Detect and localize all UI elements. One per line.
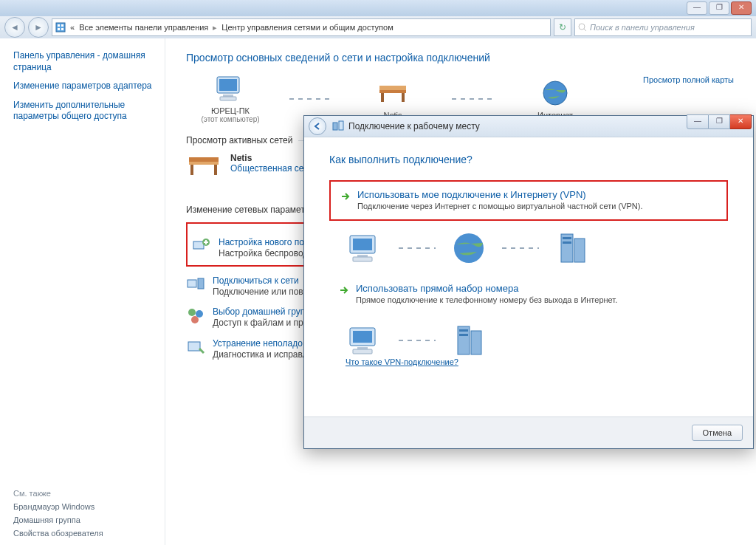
troubleshoot-icon xyxy=(186,338,205,357)
network-line xyxy=(289,98,334,100)
network-node-router[interactable]: Netis xyxy=(348,78,437,120)
svg-line-6 xyxy=(584,29,586,31)
router-bench-icon xyxy=(375,78,410,108)
node-pc-label: ЮРЕЦ-ПК xyxy=(186,106,275,115)
computer-icon xyxy=(213,74,248,103)
svg-rect-46 xyxy=(459,329,468,332)
param-desc: Диагностика и исправл xyxy=(213,349,308,360)
dialog-close-button[interactable]: ✕ xyxy=(730,114,752,129)
server-icon xyxy=(552,231,592,265)
svg-point-25 xyxy=(188,309,196,316)
globe-icon xyxy=(537,78,573,108)
option-vpn[interactable]: Использовать мое подключение к Интернету… xyxy=(329,180,728,221)
breadcrumb-current[interactable]: Центр управления сетями и общим доступом xyxy=(221,23,393,32)
option-vpn-title: Использовать мое подключение к Интернету… xyxy=(357,189,643,200)
svg-rect-19 xyxy=(190,165,193,175)
what-is-vpn-link[interactable]: Что такое VPN-подключение? xyxy=(346,357,728,366)
homegroup-icon xyxy=(186,306,205,326)
sidebar-item-adapter-settings[interactable]: Изменение параметров адаптера xyxy=(13,80,157,92)
dialog-back-button[interactable] xyxy=(309,117,326,135)
breadcrumb[interactable]: « Все элементы панели управления ▸ Центр… xyxy=(52,18,551,36)
sidebar-item-sharing-settings[interactable]: Изменить дополнительные параметры общего… xyxy=(13,100,157,123)
cancel-button[interactable]: Отмена xyxy=(692,425,743,441)
dialog-titlebar[interactable]: Подключение к рабочему месту — ❐ ✕ xyxy=(304,116,753,137)
svg-rect-18 xyxy=(189,157,219,162)
sidebar-footer-homegroup[interactable]: Домашняя группа xyxy=(13,515,139,524)
workplace-icon xyxy=(332,120,344,132)
outer-minimize-button[interactable]: — xyxy=(687,1,707,15)
svg-point-27 xyxy=(191,316,199,323)
svg-rect-23 xyxy=(188,280,196,287)
svg-rect-39 xyxy=(563,241,571,244)
outer-close-button[interactable]: ✕ xyxy=(731,1,752,15)
option-vpn-desc: Подключение через Интернет с помощью вир… xyxy=(357,202,643,210)
dialup-graphic xyxy=(346,323,728,357)
svg-point-5 xyxy=(579,24,585,30)
svg-rect-45 xyxy=(471,331,481,354)
svg-rect-30 xyxy=(339,121,343,130)
svg-rect-4 xyxy=(61,28,63,30)
svg-rect-8 xyxy=(219,79,237,91)
svg-rect-34 xyxy=(353,257,372,261)
svg-rect-29 xyxy=(333,123,337,130)
chevron-left-icon: ◄ xyxy=(10,22,19,32)
globe-icon xyxy=(449,231,489,265)
network-line xyxy=(452,98,496,100)
nav-forward-button[interactable]: ► xyxy=(28,17,49,38)
arrow-left-icon xyxy=(313,122,322,131)
view-full-map-link[interactable]: Просмотр полной карты xyxy=(643,75,734,84)
nav-back-button[interactable]: ◄ xyxy=(4,17,25,38)
page-title: Просмотр основных сведений о сети и наст… xyxy=(186,52,741,64)
svg-rect-37 xyxy=(574,239,585,262)
svg-rect-3 xyxy=(58,28,60,30)
sidebar-footer-internet-options[interactable]: Свойства обозревателя xyxy=(13,529,139,538)
dialog-title: Подключение к рабочему месту xyxy=(348,121,480,131)
active-network-name: Netis xyxy=(230,153,312,163)
option-dialup[interactable]: Использовать прямой набор номера Прямое … xyxy=(329,275,728,313)
active-network-status[interactable]: Общественная сеть xyxy=(230,163,312,174)
svg-rect-41 xyxy=(353,331,372,343)
option-dialup-desc: Прямое подключение к телефонному номеру … xyxy=(356,295,617,304)
svg-rect-12 xyxy=(379,86,406,90)
svg-point-26 xyxy=(196,310,203,318)
active-networks-label: Просмотр активных сетей xyxy=(186,135,292,145)
svg-rect-32 xyxy=(353,239,372,250)
computer-icon xyxy=(346,323,385,357)
sidebar-footer: См. также Брандмауэр Windows Домашняя гр… xyxy=(13,484,139,538)
svg-rect-28 xyxy=(188,342,200,351)
refresh-button[interactable]: ↻ xyxy=(554,18,571,36)
search-placeholder: Поиск в панели управления xyxy=(590,23,695,32)
svg-rect-0 xyxy=(56,23,65,32)
svg-point-35 xyxy=(454,233,484,263)
search-input[interactable]: Поиск в панели управления xyxy=(574,18,752,36)
svg-rect-38 xyxy=(563,237,571,239)
dialog-minimize-button[interactable]: — xyxy=(687,114,709,129)
svg-rect-14 xyxy=(402,93,405,102)
refresh-icon: ↻ xyxy=(559,22,566,32)
network-node-internet[interactable]: Интернет xyxy=(511,78,599,120)
svg-rect-20 xyxy=(214,165,217,175)
server-icon xyxy=(449,323,489,357)
outer-window-chrome: — ❐ ✕ xyxy=(0,0,756,17)
dialog-maximize-button[interactable]: ❐ xyxy=(709,114,730,129)
svg-rect-21 xyxy=(193,241,204,249)
connect-network-icon xyxy=(186,275,205,295)
new-connection-icon xyxy=(192,237,211,256)
control-panel-icon xyxy=(55,22,66,32)
dialog-footer: Отмена xyxy=(304,417,753,448)
svg-rect-24 xyxy=(198,278,204,289)
breadcrumb-separator: ▸ xyxy=(213,23,217,32)
search-icon xyxy=(578,23,587,32)
sidebar-home-link[interactable]: Панель управления - домашняя страница xyxy=(13,50,157,73)
option-dialup-title: Использовать прямой набор номера xyxy=(356,283,617,294)
chevron-right-icon: ► xyxy=(34,22,43,32)
breadcrumb-all-items[interactable]: Все элементы панели управления xyxy=(79,23,208,32)
vpn-graphic xyxy=(346,231,728,265)
svg-rect-47 xyxy=(459,334,468,336)
outer-maximize-button[interactable]: ❐ xyxy=(709,1,729,15)
sidebar: Панель управления - домашняя страница Из… xyxy=(0,38,165,545)
svg-rect-1 xyxy=(58,24,60,27)
network-node-pc[interactable]: ЮРЕЦ-ПК (этот компьютер) xyxy=(186,74,275,123)
sidebar-footer-firewall[interactable]: Брандмауэр Windows xyxy=(13,502,139,511)
address-bar-row: ◄ ► « Все элементы панели управления ▸ Ц… xyxy=(0,16,756,39)
